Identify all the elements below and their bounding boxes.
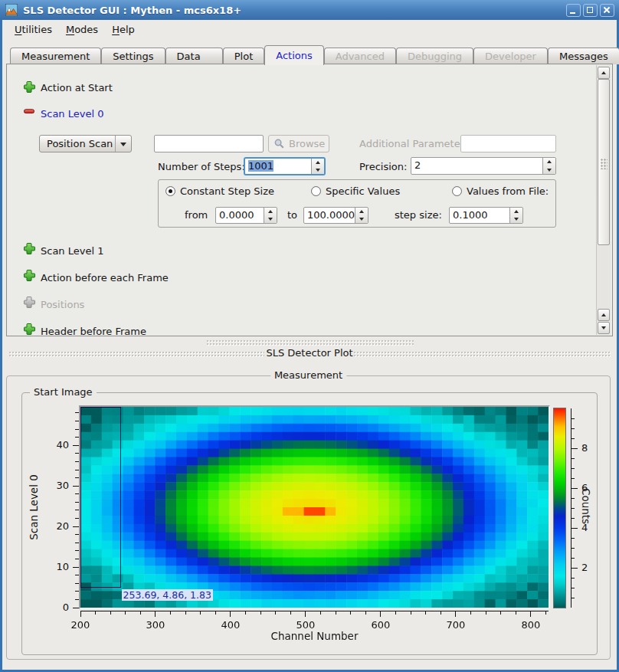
browse-button-label: Browse	[289, 138, 325, 149]
x-major-tick	[155, 611, 156, 617]
colorbar-minor-tick	[572, 558, 575, 559]
precision-value: 2	[414, 159, 421, 171]
x-minor-tick	[441, 611, 441, 615]
spin-down-icon	[316, 169, 320, 172]
from-label: from	[185, 209, 208, 221]
combo-arrow-box	[115, 136, 131, 152]
colorbar-minor-tick	[572, 518, 575, 519]
heatmap-plot[interactable]	[80, 407, 549, 608]
collapse-minus-icon[interactable]	[23, 105, 35, 117]
number-of-steps-label: Number of Steps:	[158, 161, 245, 172]
tab-plot[interactable]: Plot	[223, 48, 265, 64]
plot-selection-rect	[80, 407, 121, 588]
splitter-handle[interactable]	[207, 340, 414, 346]
colorbar-minor-tick	[572, 428, 575, 429]
tab-data-output[interactable]: Data Output	[165, 48, 223, 64]
magnifier-icon	[273, 138, 285, 149]
x-minor-tick	[140, 611, 141, 615]
x-axis-label: Channel Number	[80, 630, 549, 642]
browse-button: Browse	[268, 135, 329, 152]
precision-spinbox[interactable]: 2	[411, 157, 556, 175]
x-minor-tick	[336, 611, 336, 615]
menu-bar: UtilitiesModesHelp	[2, 20, 617, 38]
tab-bar: MeasurementSettingsData OutputPlotAction…	[6, 44, 613, 64]
spin-buttons[interactable]	[311, 159, 324, 174]
dock-title[interactable]: SLS Detector Plot	[0, 347, 619, 359]
specific-values-label: Specific Values	[326, 185, 400, 197]
x-minor-tick	[320, 611, 321, 615]
scan-level-1-label: Scan Level 1	[41, 245, 103, 257]
positions-label: Positions	[41, 299, 84, 310]
x-minor-tick	[500, 611, 501, 615]
expand-plus-icon[interactable]	[23, 323, 35, 335]
chevron-down-icon	[120, 143, 126, 146]
minimize-button[interactable]	[566, 4, 581, 17]
x-tick-label: 600	[362, 619, 400, 631]
scrollbar-thumb[interactable]	[598, 79, 610, 245]
x-minor-tick	[365, 611, 366, 615]
colorbar-minor-tick	[572, 538, 575, 539]
app-window: SLS Detector GUI : Mythen - mcs6x18+ Uti…	[0, 0, 619, 672]
scan-script-input[interactable]	[154, 135, 264, 152]
tab-messages[interactable]: Messages	[548, 48, 619, 64]
heatmap-canvas-frame	[79, 405, 550, 609]
x-minor-tick	[516, 611, 516, 615]
start-image-group-title: Start Image	[30, 386, 97, 398]
colorbar-tick-label: 8	[581, 442, 588, 454]
plot-dock-area: SLS Detector Plot	[0, 336, 619, 364]
menu-help[interactable]: Help	[105, 21, 142, 38]
scroll-up-button-2[interactable]	[598, 309, 610, 321]
colorbar-minor-tick	[572, 498, 575, 499]
constant-step-size-radio[interactable]	[165, 186, 175, 196]
maximize-button[interactable]	[583, 4, 598, 17]
to-value: 100.0000	[307, 209, 355, 221]
scroll-down-button[interactable]	[598, 322, 610, 334]
colorbar-minor-tick	[572, 508, 575, 509]
window-title: SLS Detector GUI : Mythen - mcs6x18+	[23, 5, 241, 16]
scroll-up-button[interactable]	[598, 67, 610, 79]
scrollbar-grip	[601, 159, 608, 169]
colorbar-major-tick	[572, 448, 578, 449]
x-tick-label: 400	[211, 619, 250, 631]
number-of-steps-spinbox[interactable]: 1001	[244, 157, 326, 175]
tab-measurement[interactable]: Measurement	[10, 48, 101, 64]
expand-plus-icon[interactable]	[23, 80, 35, 93]
spin-up-icon	[316, 161, 320, 164]
colorbar-minor-tick	[572, 548, 575, 549]
values-from-file-radio[interactable]	[452, 186, 462, 196]
constant-step-size-label: Constant Step Size	[180, 185, 274, 197]
spin-buttons[interactable]	[542, 158, 555, 174]
scan-level-0-label: Scan Level 0	[41, 108, 103, 120]
expand-plus-icon[interactable]	[23, 269, 35, 281]
y-tick-label: 40	[49, 439, 69, 451]
scan-mode-combobox[interactable]: Position Scan	[39, 135, 132, 152]
x-tick-label: 500	[287, 619, 325, 631]
title-bar[interactable]: SLS Detector GUI : Mythen - mcs6x18+	[0, 0, 619, 20]
colorbar-minor-tick	[572, 578, 575, 579]
step-size-spinbox[interactable]: 0.1000	[449, 207, 523, 224]
additional-parameter-input	[460, 135, 556, 152]
to-spinbox[interactable]: 100.0000	[303, 207, 368, 224]
menu-modes[interactable]: Modes	[59, 21, 105, 38]
colorbar-minor-tick	[572, 598, 575, 598]
expand-plus-icon[interactable]	[23, 242, 35, 254]
y-axis: 010203040	[46, 407, 80, 608]
x-minor-tick	[395, 611, 396, 615]
tab-debugging: Debugging	[396, 48, 473, 64]
specific-values-radio[interactable]	[311, 186, 321, 196]
x-minor-tick	[185, 611, 186, 615]
colorbar-minor-tick	[572, 478, 575, 479]
x-minor-tick	[411, 611, 411, 615]
x-major-tick	[380, 611, 381, 617]
from-spinbox[interactable]: 0.0000	[215, 207, 277, 224]
close-button[interactable]	[600, 4, 614, 17]
x-major-tick	[230, 611, 231, 617]
colorbar-minor-tick	[572, 418, 575, 419]
menu-utilities[interactable]: Utilities	[8, 21, 59, 38]
tab-settings[interactable]: Settings	[101, 48, 165, 64]
vertical-scrollbar[interactable]	[596, 65, 611, 335]
x-minor-tick	[125, 611, 126, 615]
y-tick-label: 30	[49, 480, 69, 491]
scan-mode-value: Position Scan	[47, 138, 113, 149]
tab-actions[interactable]: Actions	[264, 45, 324, 65]
